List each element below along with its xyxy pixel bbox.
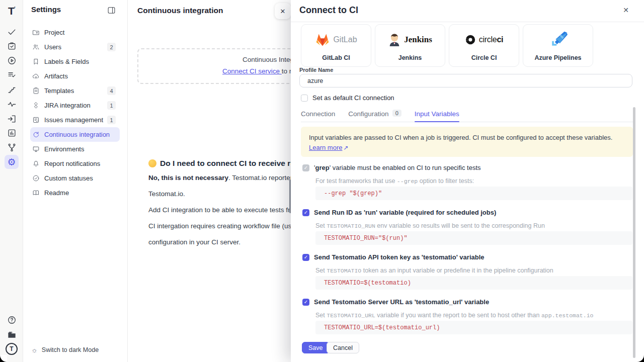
default-ci-checkbox-row[interactable]: Set as default CI connection bbox=[301, 94, 394, 102]
api-token-desc: Set TESTOMATIO token as an input variabl… bbox=[315, 267, 553, 274]
checkbox-icon[interactable] bbox=[301, 95, 308, 102]
api-token-row[interactable]: ✓ Send Testomatio API token key as 'test… bbox=[302, 253, 485, 261]
empty-state-line1: Continuous Integr bbox=[243, 56, 296, 63]
sidebar-item-readme[interactable]: Readme bbox=[30, 186, 120, 200]
issues-list-icon bbox=[32, 116, 40, 124]
jira-badge: 1 bbox=[107, 101, 116, 110]
sidebar-item-templates[interactable]: Templates4 bbox=[30, 83, 120, 98]
rail-item-settings[interactable]: ⚙ bbox=[5, 155, 19, 169]
sidebar-item-users[interactable]: Users2 bbox=[30, 40, 120, 54]
sidebar-item-labels-fields[interactable]: Labels & Fields bbox=[30, 54, 120, 69]
steps-icon bbox=[7, 85, 17, 95]
sidebar-menu: Project Users2 Labels & Fields Artifacts… bbox=[30, 25, 120, 200]
empty-state-line2: Connect CI service to ru bbox=[222, 67, 295, 75]
provider-card-circleci[interactable]: circleci Circle CI bbox=[449, 24, 519, 67]
users-badge: 2 bbox=[107, 43, 116, 51]
rail-item-import[interactable] bbox=[5, 112, 19, 126]
bar-chart-box-icon bbox=[7, 128, 17, 138]
close-icon: ✕ bbox=[623, 6, 629, 14]
server-url-row[interactable]: ✓ Send Testomatio Server URL as 'testoma… bbox=[302, 298, 489, 306]
tab-input-variables[interactable]: Input Variables bbox=[415, 110, 459, 122]
play-circle-icon bbox=[7, 56, 17, 65]
circleci-wordmark: circleci bbox=[479, 35, 503, 44]
cloud-upload-icon bbox=[32, 72, 40, 80]
grep-variable-desc: For test frameworks that use --grep opti… bbox=[315, 177, 474, 185]
modal-title: Connect to CI bbox=[299, 5, 358, 16]
folder-icon bbox=[7, 330, 17, 339]
tab-configuration[interactable]: Configuration0 bbox=[348, 110, 401, 122]
collapse-sidebar-button[interactable] bbox=[107, 6, 116, 15]
server-url-code-sample: TESTOMATIO_URL=$(testomatio_url) bbox=[315, 321, 632, 334]
sidebar-item-report-notifications[interactable]: Report notifications bbox=[30, 156, 120, 171]
grep-variable-label: 'grep' variable must be enabled on CI to… bbox=[314, 164, 481, 171]
rail-item-analytics[interactable] bbox=[5, 97, 19, 111]
provider-label: Jenkins bbox=[375, 54, 445, 61]
settings-sidebar: Settings Project Users2 Labels & Fields … bbox=[23, 0, 128, 362]
monitor-icon bbox=[32, 145, 40, 153]
sidebar-item-jira-integration[interactable]: JIRA integration1 bbox=[30, 98, 120, 113]
templates-badge: 4 bbox=[107, 86, 116, 95]
rail-item-projects[interactable] bbox=[5, 327, 19, 341]
provider-card-azure[interactable]: Azure Pipelines bbox=[523, 24, 593, 67]
logo-t-icon: T' bbox=[8, 5, 15, 17]
list-check-icon bbox=[7, 70, 17, 80]
connect-ci-service-link[interactable]: Connect CI service bbox=[222, 67, 282, 75]
sidebar-item-custom-statuses[interactable]: Custom statuses bbox=[30, 171, 120, 186]
panel-collapse-icon bbox=[107, 6, 116, 15]
sidebar-item-environments[interactable]: Environments bbox=[30, 142, 120, 156]
modal-scrollbar-thumb[interactable] bbox=[633, 107, 635, 358]
issues-badge: 1 bbox=[107, 116, 116, 124]
rail-item-plans[interactable] bbox=[5, 39, 19, 53]
rail-item-results[interactable] bbox=[5, 68, 19, 82]
server-url-label: Send Testomatio Server URL as 'testomati… bbox=[314, 298, 489, 306]
rail-item-milestones[interactable] bbox=[5, 82, 19, 97]
users-icon bbox=[32, 43, 40, 51]
checkbox-icon[interactable]: ✓ bbox=[302, 164, 309, 171]
rail-item-help[interactable] bbox=[5, 313, 19, 327]
page-close-button[interactable]: ✕ bbox=[275, 3, 291, 19]
folder-project-icon bbox=[32, 29, 40, 36]
rail-item-runs[interactable] bbox=[5, 53, 19, 67]
circleci-logo-icon bbox=[465, 34, 476, 45]
provider-label: Circle CI bbox=[449, 54, 519, 61]
provider-card-gitlab[interactable]: GitLab GitLab CI bbox=[301, 24, 371, 67]
modal-close-button[interactable]: ✕ bbox=[621, 6, 631, 16]
jenkins-wordmark: Jenkins bbox=[404, 35, 432, 45]
app-logo[interactable]: T' bbox=[5, 4, 19, 18]
activity-icon bbox=[7, 100, 17, 109]
rail-item-branches[interactable] bbox=[5, 140, 19, 154]
api-token-code-sample: TESTOMATIO=$(testomatio) bbox=[315, 276, 632, 290]
screen-corner bbox=[0, 355, 7, 362]
provider-label: Azure Pipelines bbox=[523, 54, 593, 61]
sidebar-item-project[interactable]: Project bbox=[30, 25, 120, 40]
checkbox-icon[interactable]: ✓ bbox=[302, 209, 309, 216]
learn-more-link[interactable]: Learn more bbox=[309, 144, 342, 151]
modal-header: Connect to CI ✕ bbox=[291, 0, 644, 22]
notice-text: Input variables are passed to CI when a … bbox=[309, 134, 612, 141]
checkbox-icon[interactable]: ✓ bbox=[302, 299, 309, 306]
api-token-label: Send Testomatio API token key as 'testom… bbox=[314, 253, 485, 261]
rail-item-reports[interactable] bbox=[5, 126, 19, 140]
close-icon: ✕ bbox=[280, 8, 286, 15]
account-logo-icon: T bbox=[6, 343, 18, 355]
checkbox-icon[interactable]: ✓ bbox=[302, 254, 309, 261]
profile-name-input[interactable] bbox=[299, 74, 632, 87]
grep-variable-row[interactable]: ✓ 'grep' variable must be enabled on CI … bbox=[302, 164, 481, 171]
ci-provider-cards: GitLab GitLab CI Jenkins Jenkins circlec… bbox=[301, 24, 593, 67]
sidebar-item-continuous-integration[interactable]: Continuous integration bbox=[30, 127, 120, 142]
tab-connection[interactable]: Connection bbox=[301, 110, 335, 122]
sidebar-item-artifacts[interactable]: Artifacts bbox=[30, 69, 120, 83]
clipboard-text-icon bbox=[32, 87, 40, 95]
cancel-button[interactable]: Cancel bbox=[327, 342, 359, 353]
box-arrow-icon bbox=[7, 114, 17, 124]
input-variables-notice: Input variables are passed to CI when a … bbox=[301, 127, 633, 157]
rail-item-account[interactable]: T bbox=[5, 342, 19, 356]
save-button[interactable]: Save bbox=[302, 342, 330, 353]
check-circle-icon bbox=[32, 174, 40, 182]
rail-item-tests[interactable] bbox=[5, 25, 19, 39]
provider-card-jenkins[interactable]: Jenkins Jenkins bbox=[375, 24, 445, 67]
dark-mode-toggle[interactable]: ☼Switch to dark Mode bbox=[31, 346, 99, 354]
gear-icon: ⚙ bbox=[7, 157, 16, 167]
run-id-row[interactable]: ✓ Send Run ID as 'run' variable (require… bbox=[302, 209, 496, 216]
sidebar-item-issues-management[interactable]: Issues management1 bbox=[30, 113, 120, 127]
